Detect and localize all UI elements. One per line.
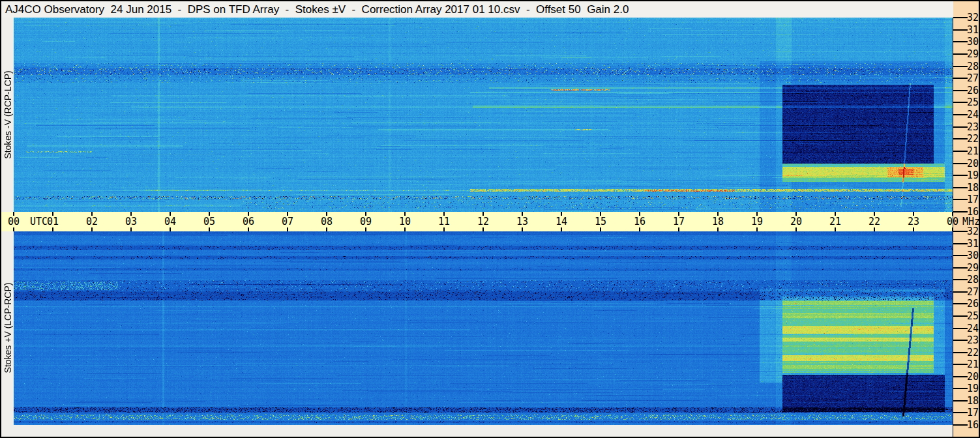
hour-label: 07 [275, 216, 301, 227]
freq-tick [953, 388, 968, 389]
freq-tick [953, 255, 968, 256]
freq-tick-label: 18 [967, 395, 979, 407]
freq-tick-label: 25 [967, 310, 979, 322]
hour-label: 06 [235, 216, 261, 227]
hour-label: 19 [744, 216, 770, 227]
hour-label: 08 [314, 216, 340, 227]
freq-tick [953, 163, 968, 164]
freq-tick-label: 22 [967, 133, 979, 145]
hour-tick [756, 227, 758, 231]
hour-label: 01 [40, 216, 66, 227]
hour-tick [404, 227, 406, 231]
freq-tick [953, 364, 968, 365]
freq-tick-label: 31 [967, 24, 979, 36]
freq-tick [953, 424, 968, 426]
freq-tick-label: 29 [967, 48, 979, 60]
freq-tick [953, 412, 968, 413]
hour-tick [522, 227, 523, 231]
freq-tick-label: 32 [967, 226, 979, 237]
freq-tick [953, 199, 968, 200]
freq-tick-label: 19 [967, 383, 979, 394]
hour-tick [443, 227, 445, 231]
freq-tick-label: 21 [967, 358, 979, 370]
hour-label: 16 [627, 216, 653, 227]
spectrogram-stokes-minus-v [14, 18, 953, 212]
freq-tick [953, 291, 968, 293]
hour-label: 10 [392, 216, 418, 227]
freq-tick [953, 78, 968, 79]
freq-tick-label: 23 [967, 121, 979, 133]
hour-tick [287, 227, 288, 231]
hour-label: 21 [822, 216, 848, 227]
freq-tick-label: 24 [967, 109, 979, 121]
freq-tick [953, 138, 968, 139]
hour-label: 20 [783, 216, 809, 227]
freq-tick [953, 352, 968, 353]
hour-tick [130, 227, 132, 231]
hour-label: 17 [666, 216, 692, 227]
freq-tick [953, 267, 968, 269]
hour-label: 05 [196, 216, 222, 227]
freq-tick-label: 32 [967, 12, 979, 23]
freq-tick-label: 18 [967, 182, 979, 194]
freq-tick [953, 53, 968, 55]
hour-tick [678, 227, 679, 231]
freq-tick-label: 30 [967, 250, 979, 261]
spectrogram-stokes-plus-v [14, 231, 953, 425]
top-panel-ylabel: Stokes -V (RCP-LCP) [1, 18, 14, 212]
hour-label: 23 [900, 216, 927, 227]
freq-tick-label: 23 [967, 334, 979, 346]
freq-tick-label: 28 [967, 61, 979, 72]
hour-tick [913, 227, 914, 231]
hour-label: 22 [861, 216, 887, 227]
hour-tick [561, 227, 562, 231]
hour-label: 02 [79, 216, 105, 227]
freq-tick [953, 102, 968, 103]
bottom-panel-ylabel: Stokes +V (LCP-RCP) [1, 231, 14, 425]
hour-label: 14 [548, 216, 574, 227]
title-bar: AJ4CO Observatory 24 Jun 2015 - DPS on T… [1, 1, 953, 18]
freq-tick [953, 90, 968, 91]
hour-label: 00 [940, 216, 966, 227]
freq-tick-label: 27 [967, 286, 979, 298]
freq-tick [953, 340, 968, 341]
hour-label: 00 [1, 216, 27, 227]
hour-tick [795, 227, 797, 231]
freq-tick-label: 20 [967, 158, 979, 169]
freq-tick [953, 303, 968, 304]
hour-tick [209, 227, 210, 231]
freq-tick [953, 17, 968, 18]
freq-tick-label: 16 [967, 419, 979, 431]
freq-tick [953, 29, 968, 31]
hour-label: 04 [157, 216, 183, 227]
hour-tick [326, 227, 327, 231]
freq-tick-label: 30 [967, 36, 979, 48]
freq-tick-label: 17 [967, 407, 979, 418]
hour-label: 03 [118, 216, 144, 227]
freq-tick-label: 26 [967, 85, 979, 96]
hour-label: 13 [509, 216, 535, 227]
hour-tick [170, 227, 171, 231]
hour-label: 18 [705, 216, 731, 227]
hour-label: 12 [470, 216, 496, 227]
freq-tick [953, 187, 968, 188]
freq-tick-label: 25 [967, 96, 979, 108]
freq-tick [953, 175, 968, 176]
hour-label: 11 [431, 216, 457, 227]
freq-tick [953, 66, 968, 67]
freq-tick-label: 24 [967, 323, 979, 334]
freq-tick [953, 328, 968, 329]
hour-tick [365, 227, 366, 231]
freq-tick [953, 41, 968, 42]
freq-tick-label: 22 [967, 347, 979, 358]
freq-tick-label: 21 [967, 145, 979, 157]
freq-tick-label: 31 [967, 238, 979, 250]
hour-tick [91, 227, 93, 231]
hour-tick [874, 227, 875, 231]
freq-tick [953, 243, 968, 244]
freq-tick [953, 376, 968, 377]
freq-tick-label: 28 [967, 274, 979, 285]
hour-tick [835, 227, 836, 231]
freq-tick [953, 231, 968, 232]
time-axis-strip: UTC 000102030405060708091011121314151617… [1, 212, 953, 231]
